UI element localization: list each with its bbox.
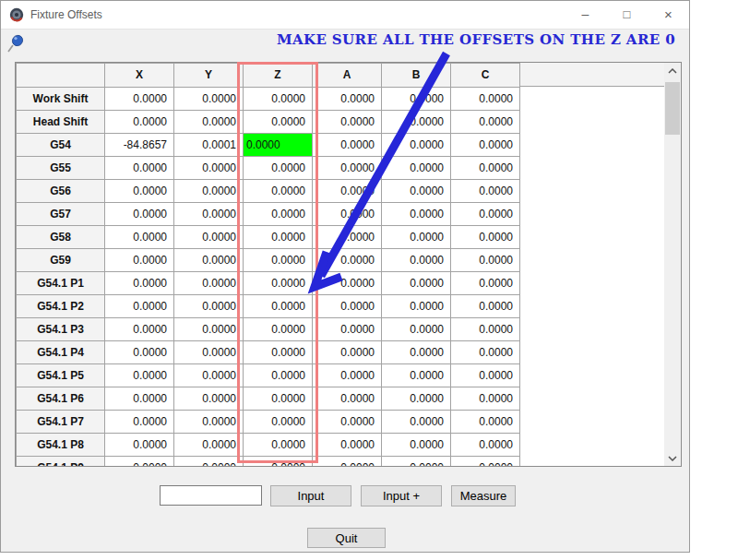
grid-cell[interactable]: 0.0000	[313, 295, 382, 318]
grid-cell[interactable]: 0.0000	[382, 134, 451, 157]
grid-cell[interactable]: 0.0000	[313, 111, 382, 134]
grid-cell[interactable]: 0.0000	[244, 226, 313, 249]
grid-cell[interactable]: 0.0000	[451, 88, 520, 111]
grid-cell[interactable]: 0.0000	[244, 411, 313, 434]
grid-cell[interactable]: 0.0000	[382, 249, 451, 272]
row-header[interactable]: G54	[17, 134, 105, 157]
grid-cell[interactable]: 0.0000	[451, 411, 520, 434]
grid-cell[interactable]: 0.0000	[174, 457, 244, 467]
grid-cell[interactable]: 0.0000	[244, 203, 313, 226]
grid-cell[interactable]: 0.0000	[174, 272, 244, 295]
pushpin-icon[interactable]	[6, 33, 25, 54]
grid-cell[interactable]: 0.0000	[174, 203, 244, 226]
scroll-up-button[interactable]	[664, 63, 681, 78]
row-header[interactable]: G54.1 P4	[17, 341, 105, 364]
grid-cell[interactable]: 0.0000	[313, 434, 382, 457]
grid-cell[interactable]: 0.0000	[382, 88, 451, 111]
row-header[interactable]: G58	[17, 226, 105, 249]
grid-cell[interactable]: 0.0000	[174, 387, 244, 411]
grid-cell[interactable]: 0.0000	[382, 341, 451, 364]
grid-cell[interactable]: 0.0000	[244, 180, 313, 203]
grid-cell[interactable]: 0.0000	[313, 272, 382, 295]
grid-cell[interactable]: 0.0000	[244, 434, 313, 457]
grid-cell[interactable]: 0.0000	[105, 226, 174, 249]
grid-cell[interactable]: 0.0000	[451, 157, 520, 180]
grid-cell[interactable]: 0.0000	[105, 364, 174, 387]
column-header-z[interactable]: Z	[244, 64, 313, 88]
grid-cell[interactable]: 0.0000	[313, 157, 382, 180]
grid-cell[interactable]: 0.0000	[174, 295, 244, 318]
grid-cell[interactable]: 0.0000	[174, 249, 244, 272]
grid-cell[interactable]: 0.0000	[105, 295, 174, 318]
grid-cell[interactable]: 0.0000	[244, 272, 313, 295]
grid-cell[interactable]: 0.0000	[382, 318, 451, 341]
grid-cell[interactable]: 0.0000	[313, 411, 382, 434]
grid-cell[interactable]: -84.8657	[105, 134, 174, 157]
grid-cell[interactable]: 0.0000	[382, 364, 451, 387]
column-header-c[interactable]: C	[451, 64, 520, 88]
row-header[interactable]: Work Shift	[17, 88, 105, 111]
grid-cell[interactable]: 0.0000	[451, 457, 520, 467]
value-input[interactable]	[160, 485, 262, 506]
grid-cell[interactable]: 0.0000	[105, 249, 174, 272]
grid-cell[interactable]: 0.0000	[382, 411, 451, 434]
scroll-down-button[interactable]	[664, 450, 681, 466]
row-header[interactable]: Head Shift	[17, 111, 105, 134]
grid-cell[interactable]: 0.0000	[105, 318, 174, 341]
grid-cell[interactable]: 0.0000	[382, 180, 451, 203]
grid-cell[interactable]: 0.0000	[244, 341, 313, 364]
row-header[interactable]: G54.1 P5	[17, 364, 105, 387]
row-header[interactable]: G54.1 P6	[17, 387, 105, 411]
column-header-y[interactable]: Y	[174, 64, 244, 88]
grid-cell[interactable]: 0.0000	[174, 318, 244, 341]
grid-cell[interactable]: 0.0000	[174, 364, 244, 387]
grid-cell[interactable]: 0.0000	[382, 111, 451, 134]
grid-cell[interactable]: 0.0001	[174, 134, 244, 157]
row-header[interactable]: G54.1 P2	[17, 295, 105, 318]
grid-cell[interactable]: 0.0000	[105, 387, 174, 411]
grid-cell[interactable]: 0.0000	[451, 226, 520, 249]
scrollbar-thumb[interactable]	[665, 82, 680, 135]
maximize-button[interactable]: □	[606, 1, 648, 28]
grid-cell[interactable]: 0.0000	[244, 88, 313, 111]
grid-cell[interactable]: 0.0000	[451, 272, 520, 295]
grid-cell[interactable]: 0.0000	[244, 157, 313, 180]
measure-button[interactable]: Measure	[451, 485, 516, 506]
grid-cell[interactable]: 0.0000	[174, 341, 244, 364]
grid-cell[interactable]: 0.0000	[105, 341, 174, 364]
grid-cell[interactable]: 0.0000	[451, 180, 520, 203]
minimize-button[interactable]: –	[565, 1, 606, 28]
grid-cell[interactable]: 0.0000	[382, 226, 451, 249]
grid-cell[interactable]: 0.0000	[451, 203, 520, 226]
grid-cell[interactable]: 0.0000	[313, 364, 382, 387]
row-header[interactable]: G55	[17, 157, 105, 180]
grid-cell[interactable]: 0.0000	[313, 249, 382, 272]
row-header[interactable]: G59	[17, 249, 105, 272]
grid-cell[interactable]: 0.0000	[105, 111, 174, 134]
column-header-a[interactable]: A	[313, 64, 382, 88]
close-button[interactable]: ×	[648, 1, 689, 28]
row-header[interactable]: G57	[17, 203, 105, 226]
row-header[interactable]: G54.1 P3	[17, 318, 105, 341]
grid-cell[interactable]: 0.0000	[244, 318, 313, 341]
grid-cell[interactable]: 0.0000	[451, 364, 520, 387]
grid-cell[interactable]: 0.0000	[382, 157, 451, 180]
grid-cell[interactable]: 0.0000	[382, 457, 451, 467]
quit-button[interactable]: Quit	[307, 528, 386, 548]
grid-cell[interactable]: 0.0000	[382, 387, 451, 411]
grid-cell[interactable]: 0.0000	[451, 387, 520, 411]
grid-cell[interactable]: 0.0000	[313, 203, 382, 226]
grid-cell[interactable]: 0.0000	[174, 411, 244, 434]
vertical-scrollbar[interactable]	[664, 63, 681, 466]
row-header[interactable]: G54.1 P7	[17, 411, 105, 434]
grid-cell[interactable]: 0.0000	[105, 457, 174, 467]
grid-cell[interactable]: 0.0000	[105, 157, 174, 180]
column-header-b[interactable]: B	[382, 64, 451, 88]
grid-cell[interactable]: 0.0000	[244, 111, 313, 134]
grid-cell[interactable]: 0.0000	[105, 203, 174, 226]
app-logo-icon[interactable]	[9, 7, 24, 22]
grid-cell[interactable]: 0.0000	[174, 226, 244, 249]
grid-cell[interactable]: 0.0000	[451, 318, 520, 341]
grid-cell[interactable]: 0.0000	[313, 88, 382, 111]
grid-cell[interactable]: 0.0000	[313, 341, 382, 364]
